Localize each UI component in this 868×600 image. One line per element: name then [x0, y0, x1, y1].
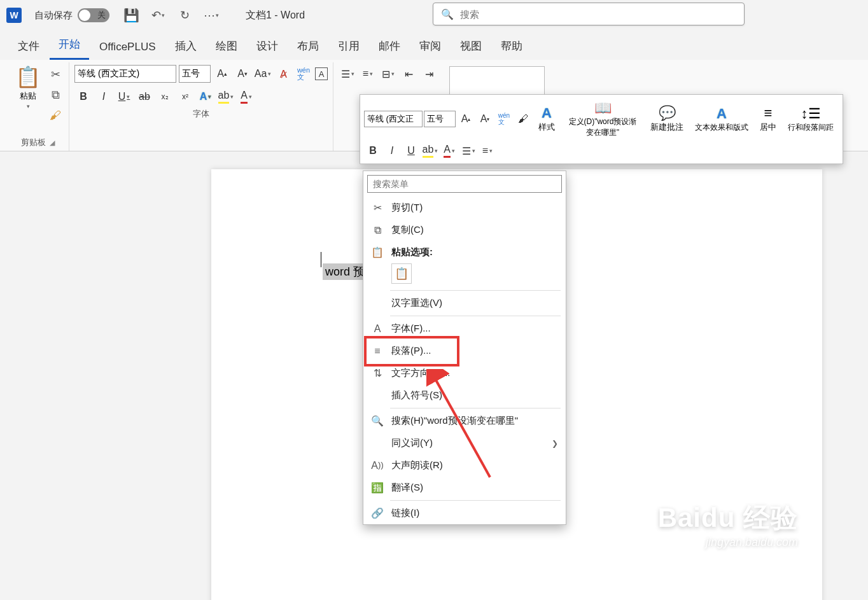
char-border-button[interactable]: A: [315, 67, 328, 80]
mini-styles-button[interactable]: A样式: [533, 104, 560, 134]
text-cursor: [321, 252, 321, 267]
link-icon: 🔗: [371, 507, 384, 519]
numbering-button[interactable]: ≡: [359, 65, 377, 83]
paste-icon: 📋: [371, 246, 384, 258]
bold-button[interactable]: B: [74, 88, 92, 106]
separator: [390, 316, 561, 316]
tab-insert[interactable]: 插入: [166, 32, 206, 60]
font-icon: A: [371, 323, 384, 335]
separator: [390, 500, 561, 501]
ctx-cut[interactable]: ✂剪切(T): [363, 197, 566, 219]
mini-italic[interactable]: I: [383, 142, 401, 160]
paste-button[interactable]: 📋 粘贴 ▾: [11, 62, 45, 112]
ctx-paste-label: 粘贴选项:: [391, 246, 433, 258]
mini-font-name[interactable]: [364, 111, 423, 127]
autosave-group: 自动保存 关: [34, 8, 109, 22]
save-button[interactable]: 💾: [122, 6, 140, 24]
cut-icon: ✂: [371, 202, 384, 214]
redo-button[interactable]: ↻: [176, 6, 193, 24]
document-title: 文档1 - Word: [246, 9, 305, 22]
search-input[interactable]: [460, 9, 736, 20]
mini-text-effect-button[interactable]: A文本效果和版式: [690, 104, 753, 134]
paste-keep-source-button[interactable]: 📋: [391, 263, 412, 284]
strikethrough-button[interactable]: ab: [136, 88, 153, 106]
italic-button[interactable]: I: [95, 88, 113, 106]
mini-font-color[interactable]: A: [440, 142, 458, 160]
increase-indent-button[interactable]: ⇥: [420, 65, 438, 83]
ctx-link-label: 链接(I): [391, 507, 419, 519]
copy-button[interactable]: ⧉: [47, 87, 64, 103]
mini-define-label: 定义(D)"word预设渐变在哪里": [566, 116, 639, 138]
tab-design[interactable]: 设计: [248, 32, 287, 60]
clipboard-group-label: 剪贴板: [21, 137, 46, 148]
font-color-button[interactable]: A: [237, 88, 255, 106]
mini-grow-font[interactable]: A▴: [457, 110, 475, 128]
undo-button[interactable]: ↶▾: [149, 6, 167, 24]
mini-comment-label: 新建批注: [650, 122, 683, 133]
mini-new-comment-button[interactable]: 💬新建批注: [645, 104, 689, 134]
selected-text[interactable]: word 预: [323, 263, 367, 280]
highlight-button[interactable]: ab: [217, 88, 235, 106]
mini-define-button[interactable]: 📖定义(D)"word预设渐变在哪里": [561, 99, 644, 139]
tab-file[interactable]: 文件: [9, 32, 48, 60]
mini-phonetic[interactable]: wén文: [495, 110, 513, 128]
tab-view[interactable]: 视图: [451, 32, 491, 60]
title-bar: W 自动保存 关 💾 ↶▾ ↻ ⋯▾ 文档1 - Word 🔍: [0, 0, 868, 31]
text-effects-button[interactable]: A: [197, 88, 214, 106]
format-painter-button[interactable]: 🖌: [47, 107, 64, 123]
ribbon-tabs: 文件 开始 OfficePLUS 插入 绘图 设计 布局 引用 邮件 审阅 视图…: [0, 31, 868, 60]
autosave-toggle[interactable]: 关: [78, 8, 109, 22]
cut-button[interactable]: ✂: [47, 66, 64, 83]
ctx-hanzi-reselect[interactable]: 汉字重选(V): [363, 292, 566, 314]
multilevel-list-button[interactable]: ⊟: [379, 65, 397, 83]
annotation-arrow: [426, 369, 503, 484]
mini-bold[interactable]: B: [364, 142, 382, 160]
watermark: Baidu 经验 jingyan.baidu.com: [658, 500, 798, 549]
subscript-button[interactable]: x₂: [156, 88, 174, 106]
mini-numbering[interactable]: ≡: [479, 142, 496, 160]
change-case-button[interactable]: Aa: [254, 65, 272, 83]
tab-mailings[interactable]: 邮件: [370, 32, 409, 60]
search-icon: 🔍: [441, 8, 454, 20]
grow-font-button[interactable]: A▴: [213, 65, 231, 83]
tab-references[interactable]: 引用: [329, 32, 368, 60]
tab-layout[interactable]: 布局: [288, 32, 328, 60]
svg-line-0: [434, 377, 490, 477]
toggle-state: 关: [97, 10, 106, 21]
ctx-link[interactable]: 🔗链接(I): [363, 502, 566, 524]
mini-font-size[interactable]: [424, 111, 456, 127]
paste-icon: 📋: [15, 65, 41, 89]
shrink-font-button[interactable]: A▾: [234, 65, 251, 83]
decrease-indent-button[interactable]: ⇤: [400, 65, 417, 83]
tab-help[interactable]: 帮助: [492, 32, 531, 60]
bullets-button[interactable]: ☰: [339, 65, 356, 83]
read-aloud-icon: A)): [371, 460, 384, 471]
font-name-combo[interactable]: [74, 65, 176, 83]
search-box[interactable]: 🔍: [433, 3, 745, 25]
tab-home[interactable]: 开始: [50, 31, 89, 60]
clear-format-button[interactable]: A̷: [274, 65, 292, 83]
clipboard-launcher-icon[interactable]: ◢: [50, 139, 55, 147]
tab-review[interactable]: 审阅: [410, 32, 450, 60]
underline-button[interactable]: U: [115, 88, 133, 106]
mini-format-painter[interactable]: 🖌: [514, 110, 532, 128]
paste-label: 粘贴: [20, 90, 36, 102]
qat-customize[interactable]: ⋯▾: [202, 6, 220, 24]
ribbon-group-clipboard: 📋 粘贴 ▾ ✂ ⧉ 🖌 剪贴板◢: [6, 62, 69, 151]
paste-options-row: 📋: [363, 263, 566, 289]
phonetic-guide-button[interactable]: wén文: [295, 65, 312, 83]
font-size-combo[interactable]: [179, 65, 211, 83]
mini-center-button[interactable]: ≡居中: [755, 104, 781, 134]
tab-draw[interactable]: 绘图: [207, 32, 246, 60]
ctx-copy[interactable]: ⧉复制(C): [363, 219, 566, 241]
mini-shrink-font[interactable]: A▾: [476, 110, 494, 128]
mini-line-spacing-button[interactable]: ↕☰行和段落间距: [783, 104, 839, 134]
text-direction-icon: ⇅: [371, 367, 384, 379]
mini-highlight[interactable]: ab: [421, 142, 439, 160]
superscript-button[interactable]: x²: [176, 88, 194, 106]
tab-officeplus[interactable]: OfficePLUS: [90, 34, 165, 60]
mini-bullets[interactable]: ☰: [459, 142, 477, 160]
font-group-label: 字体: [193, 108, 209, 120]
mini-underline[interactable]: U: [402, 142, 420, 160]
context-search-input[interactable]: [367, 175, 562, 193]
